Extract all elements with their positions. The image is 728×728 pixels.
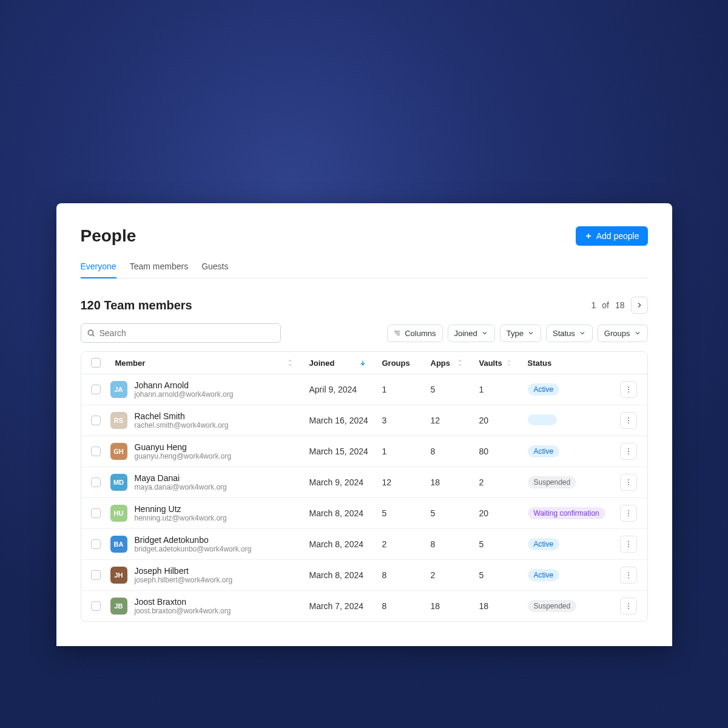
joined-filter[interactable]: Joined <box>448 325 495 342</box>
sort-down-icon <box>359 359 366 366</box>
svg-point-20 <box>628 510 629 511</box>
member-name: Maya Danai <box>135 473 227 483</box>
svg-point-9 <box>628 389 629 390</box>
row-actions-button[interactable] <box>620 598 637 615</box>
vaults-cell: 80 <box>474 447 523 456</box>
status-badge: Suspended <box>528 600 577 612</box>
row-checkbox[interactable] <box>91 385 101 394</box>
apps-cell: 18 <box>426 477 474 487</box>
svg-point-24 <box>628 544 629 545</box>
row-checkbox[interactable] <box>91 477 101 487</box>
th-vaults-label: Vaults <box>479 359 502 368</box>
member-email: henning.utz@work4work.org <box>135 514 227 522</box>
member-email: rachel.smith@work4work.org <box>135 421 229 430</box>
table-row: JB Joost Braxton joost.braxton@work4work… <box>81 591 647 621</box>
svg-point-22 <box>628 515 629 516</box>
status-badge <box>528 414 557 425</box>
member-name: Bridget Adetokunbo <box>135 535 252 545</box>
status-filter[interactable]: Status <box>546 325 593 342</box>
sort-icon <box>506 359 512 366</box>
tab-team-members[interactable]: Team members <box>130 257 188 278</box>
type-filter-label: Type <box>507 329 524 338</box>
actions-cell <box>614 567 643 584</box>
status-cell: Active <box>523 538 614 550</box>
actions-cell <box>614 381 643 398</box>
avatar: BA <box>110 536 127 553</box>
member-name: Guanyu Heng <box>135 442 232 452</box>
more-vertical-icon <box>624 602 633 610</box>
row-actions-button[interactable] <box>620 505 637 522</box>
row-actions-button[interactable] <box>620 443 637 460</box>
th-groups: Groups <box>377 359 426 368</box>
svg-point-14 <box>628 448 629 450</box>
columns-button[interactable]: Columns <box>387 325 442 342</box>
member-email: joseph.hilbert@work4work.org <box>135 576 233 584</box>
row-checkbox[interactable] <box>91 508 101 518</box>
vaults-cell: 5 <box>474 570 523 580</box>
apps-cell: 18 <box>426 601 474 611</box>
add-people-button[interactable]: Add people <box>576 226 648 246</box>
row-actions-button[interactable] <box>620 474 637 491</box>
tab-guests[interactable]: Guests <box>201 257 228 278</box>
joined-cell: March 8, 2024 <box>305 570 377 580</box>
th-joined[interactable]: Joined <box>305 359 377 368</box>
row-actions-button[interactable] <box>620 412 637 429</box>
vaults-cell: 20 <box>474 416 523 425</box>
status-badge: Active <box>528 383 560 396</box>
pager-total: 18 <box>615 300 625 310</box>
groups-cell: 1 <box>377 385 426 394</box>
row-checkbox[interactable] <box>91 570 101 580</box>
th-vaults[interactable]: Vaults <box>474 359 523 368</box>
table-row: JA Johann Arnold johann.arnold@work4work… <box>81 374 647 405</box>
status-cell: Active <box>523 445 614 457</box>
joined-filter-label: Joined <box>454 329 477 338</box>
pager-next-button[interactable] <box>631 297 648 314</box>
row-checkbox[interactable] <box>91 447 101 456</box>
th-apps[interactable]: Apps <box>426 359 474 368</box>
member-email: joost.braxton@work4work.org <box>135 607 231 615</box>
svg-point-15 <box>628 451 629 452</box>
search-icon <box>87 329 95 337</box>
groups-cell: 12 <box>377 477 426 487</box>
member-cell: JA Johann Arnold johann.arnold@work4work… <box>110 380 305 399</box>
row-checkbox-cell <box>81 570 110 580</box>
chevron-down-icon <box>527 329 534 337</box>
row-checkbox[interactable] <box>91 539 101 549</box>
row-actions-button[interactable] <box>620 381 637 398</box>
row-checkbox[interactable] <box>91 601 101 611</box>
member-cell: MD Maya Danai maya.danai@work4work.org <box>110 473 305 491</box>
adjust-icon <box>394 329 401 337</box>
member-name: Joseph Hilbert <box>135 566 233 576</box>
row-checkbox-cell <box>81 385 110 394</box>
member-text: Bridget Adetokunbo bridget.adetokunbo@wo… <box>135 535 252 553</box>
more-vertical-icon <box>624 478 633 487</box>
tab-everyone[interactable]: Everyone <box>81 257 116 278</box>
joined-cell: March 15, 2024 <box>305 447 377 456</box>
svg-point-19 <box>628 484 629 485</box>
actions-cell <box>614 536 643 553</box>
people-panel: People Add people EveryoneTeam membersGu… <box>56 203 672 646</box>
row-actions-button[interactable] <box>620 567 637 584</box>
row-checkbox[interactable] <box>91 416 101 425</box>
row-checkbox-cell <box>81 539 110 549</box>
groups-cell: 1 <box>377 447 426 456</box>
vaults-cell: 5 <box>474 539 523 549</box>
svg-point-8 <box>628 386 629 388</box>
row-checkbox-cell <box>81 508 110 518</box>
row-checkbox-cell <box>81 416 110 425</box>
subhead-row: 120 Team members 1 of 18 <box>81 297 648 314</box>
row-actions-button[interactable] <box>620 536 637 553</box>
member-email: maya.danai@work4work.org <box>135 483 227 491</box>
avatar: RS <box>110 412 127 429</box>
th-member[interactable]: Member <box>110 359 305 368</box>
type-filter[interactable]: Type <box>500 325 541 342</box>
select-all-checkbox[interactable] <box>91 358 101 368</box>
status-cell: Suspended <box>523 476 614 488</box>
svg-point-23 <box>628 541 629 542</box>
chevron-down-icon <box>634 329 641 337</box>
actions-cell <box>614 443 643 460</box>
table-body: JA Johann Arnold johann.arnold@work4work… <box>81 374 647 621</box>
member-count: 120 Team members <box>81 298 192 312</box>
search-input[interactable] <box>81 323 281 343</box>
groups-filter[interactable]: Groups <box>598 325 648 342</box>
